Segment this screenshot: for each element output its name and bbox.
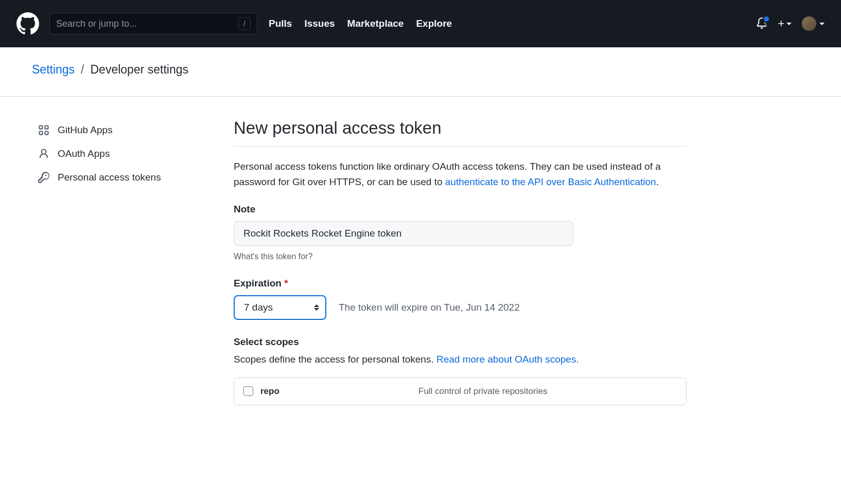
expiration-select[interactable]: 7 days xyxy=(234,295,326,320)
expiration-info: The token will expire on Tue, Jun 14 202… xyxy=(339,302,520,313)
sidebar-item-personal-access-tokens[interactable]: Personal access tokens xyxy=(32,166,217,189)
expiration-label: Expiration * xyxy=(234,278,687,289)
search-box[interactable]: / xyxy=(49,13,257,34)
scopes-label: Select scopes xyxy=(234,336,687,348)
content-area: New personal access token Personal acces… xyxy=(234,118,687,405)
page-description: Personal access tokens function like ord… xyxy=(234,159,687,190)
note-help-text: What's this token for? xyxy=(234,252,687,261)
scopes-link[interactable]: Read more about OAuth scopes. xyxy=(436,354,579,365)
notifications-button[interactable] xyxy=(756,17,767,30)
nav-issues[interactable]: Issues xyxy=(304,18,335,29)
nav-explore[interactable]: Explore xyxy=(416,18,452,29)
expiration-row: 7 days The token will expire on Tue, Jun… xyxy=(234,295,687,320)
sidebar-item-label: Personal access tokens xyxy=(58,172,161,183)
nav-pulls[interactable]: Pulls xyxy=(269,18,292,29)
create-new-dropdown[interactable]: + xyxy=(778,17,792,30)
repo-checkbox[interactable] xyxy=(243,386,253,396)
breadcrumb: Settings / Developer settings xyxy=(32,63,809,77)
required-indicator: * xyxy=(284,278,288,289)
auth-link[interactable]: authenticate to the API over Basic Authe… xyxy=(445,176,656,187)
scopes-description: Scopes define the access for personal to… xyxy=(234,354,687,365)
note-input[interactable] xyxy=(234,221,573,246)
page-title: New personal access token xyxy=(234,118,687,147)
expiration-select-wrapper: 7 days xyxy=(234,295,326,320)
main-content: GitHub Apps OAuth Apps Personal access t… xyxy=(0,97,841,427)
scopes-table: repo Full control of private repositorie… xyxy=(234,377,687,405)
sidebar-item-label: OAuth Apps xyxy=(58,148,110,159)
notification-indicator xyxy=(763,15,770,23)
sidebar-item-label: GitHub Apps xyxy=(58,124,113,136)
breadcrumb-section: Settings / Developer settings xyxy=(0,47,841,97)
scope-row-repo: repo Full control of private repositorie… xyxy=(234,378,686,405)
slash-key-hint: / xyxy=(238,17,251,30)
nav-marketplace[interactable]: Marketplace xyxy=(347,18,404,29)
plus-icon: + xyxy=(778,17,784,30)
apps-icon xyxy=(38,124,49,136)
sidebar-item-github-apps[interactable]: GitHub Apps xyxy=(32,118,217,142)
scope-description: Full control of private repositories xyxy=(418,386,547,397)
github-logo-icon[interactable] xyxy=(16,12,39,35)
scope-left: repo xyxy=(243,386,418,397)
scope-name: repo xyxy=(260,386,279,397)
breadcrumb-separator: / xyxy=(81,63,84,77)
chevron-down-icon xyxy=(819,23,825,25)
chevron-down-icon xyxy=(786,23,792,25)
search-input[interactable] xyxy=(56,19,238,29)
key-icon xyxy=(38,172,49,183)
sidebar-item-oauth-apps[interactable]: OAuth Apps xyxy=(32,142,217,166)
user-menu-dropdown[interactable] xyxy=(802,16,825,31)
note-label: Note xyxy=(234,204,687,215)
avatar xyxy=(802,16,816,31)
primary-nav: Pulls Issues Marketplace Explore xyxy=(269,18,452,29)
global-header: / Pulls Issues Marketplace Explore + xyxy=(0,0,841,47)
sidebar: GitHub Apps OAuth Apps Personal access t… xyxy=(32,118,217,405)
breadcrumb-current: Developer settings xyxy=(91,63,189,77)
header-right: + xyxy=(756,16,825,31)
desc-suffix: . xyxy=(656,176,659,187)
person-icon xyxy=(38,148,49,159)
breadcrumb-settings[interactable]: Settings xyxy=(32,63,75,77)
